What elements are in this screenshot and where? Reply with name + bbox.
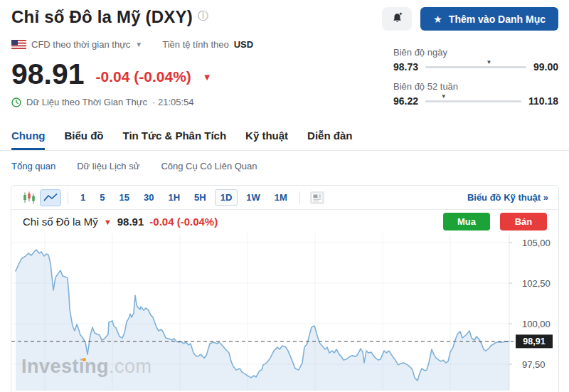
legend-change: -0.04 (-0.04%) — [149, 216, 218, 228]
info-icon[interactable]: ⓘ — [198, 9, 208, 23]
chart-area: 105,00102,50100,0097,5098,91 Investing.c… — [11, 233, 558, 391]
chart-card: 1515301H5H1D1W1M Biểu đồ Kỹ thuật » Chỉ … — [11, 185, 559, 392]
tab-dien-dan[interactable]: Diễn đàn — [307, 129, 352, 150]
star-icon: ★ — [433, 14, 442, 24]
currency-in-label: Tiền tệ tính theo — [162, 39, 228, 50]
timeframe-1h[interactable]: 1H — [162, 189, 186, 206]
main-tabs: ChungBiểu đồTin Tức & Phân TíchKỹ thuậtD… — [0, 129, 569, 151]
quote-time: · 21:05:54 — [152, 97, 194, 107]
timeframe-selector: 1515301H5H1D1W1M — [75, 189, 293, 206]
candlestick-chart-icon[interactable] — [18, 189, 40, 206]
realtime-data-label: Dữ Liệu theo Thời Gian Thực — [26, 97, 147, 107]
svg-text:98,91: 98,91 — [523, 337, 545, 346]
day-range-low: 98.73 — [393, 61, 418, 73]
subtab-cong-cu-lien-quan[interactable]: Công Cụ Có Liên Quan — [161, 161, 257, 171]
week52-range-track: ▼ — [425, 100, 521, 102]
day-range-track: ▼ — [425, 66, 526, 68]
line-chart-icon[interactable] — [40, 189, 61, 206]
instrument-header: Chỉ số Đô la Mỹ (DXY) ⓘ ★ Thêm vào Danh … — [0, 0, 569, 129]
day-range: 98.73 ▼ 99.00 — [393, 61, 558, 73]
day-range-label: Biên độ ngày — [393, 47, 558, 58]
subtab-tong-quan[interactable]: Tổng quan — [11, 161, 55, 171]
timeframe-5h[interactable]: 5H — [188, 189, 212, 206]
week52-range-low: 96.22 — [393, 95, 418, 107]
subtab-du-lieu-lich-su[interactable]: Dữ liệu Lịch sử — [77, 161, 139, 171]
price-chart[interactable]: 105,00102,50100,0097,5098,91 — [11, 233, 558, 391]
tab-ky-thuat[interactable]: Kỹ thuật — [245, 129, 288, 150]
add-to-watchlist-button[interactable]: ★ Thêm vào Danh Mục — [420, 7, 558, 31]
chart-legend: Chỉ số Đô la Mỹ ▼ 98.91 -0.04 (-0.04%) M… — [11, 210, 558, 233]
tab-tin-tuc-phan-tich[interactable]: Tin Tức & Phân Tích — [122, 129, 226, 150]
day-range-marker-icon: ▼ — [486, 59, 491, 65]
timeframe-1d[interactable]: 1D — [215, 189, 238, 206]
ranges-panel: Biên độ ngày 98.73 ▼ 99.00 Biên độ 52 tu… — [393, 47, 558, 115]
news-panel-icon[interactable] — [307, 189, 328, 206]
buy-button[interactable]: Mua — [443, 213, 490, 231]
bell-plus-icon — [390, 11, 404, 27]
week52-range-high: 110.18 — [528, 95, 558, 107]
us-flag-icon — [11, 40, 26, 49]
add-to-watchlist-label: Thêm vào Danh Mục — [449, 14, 546, 25]
timeframe-5[interactable]: 5 — [94, 189, 110, 206]
chevron-down-icon[interactable]: ▼ — [135, 41, 142, 48]
tab-bieu-do[interactable]: Biểu đồ — [64, 129, 103, 150]
sub-tabs: Tổng quanDữ liệu Lịch sửCông Cụ Có Liên … — [0, 151, 569, 181]
instrument-type-label[interactable]: CFD theo thời gian thực — [31, 39, 130, 50]
timeframe-15[interactable]: 15 — [113, 189, 134, 206]
week52-range: 96.22 ▼ 110.18 — [393, 95, 558, 107]
svg-text:102,50: 102,50 — [522, 278, 551, 289]
toolbar-separator — [299, 191, 300, 204]
week52-range-marker-icon: ▼ — [441, 93, 447, 100]
tab-chung[interactable]: Chung — [11, 129, 45, 150]
legend-instrument-name: Chỉ số Đô la Mỹ — [23, 216, 98, 228]
week52-range-label: Biên độ 52 tuần — [393, 81, 558, 92]
sell-button[interactable]: Bán — [500, 213, 547, 231]
day-range-high: 99.00 — [533, 61, 558, 73]
svg-text:105,00: 105,00 — [522, 238, 551, 248]
last-price-badge: 98,91 — [516, 334, 553, 348]
timeframe-30[interactable]: 30 — [138, 189, 159, 206]
timeframe-1[interactable]: 1 — [75, 189, 91, 206]
toolbar-separator — [68, 191, 68, 204]
last-price: 98.91 — [11, 61, 85, 87]
clock-icon — [11, 97, 21, 107]
legend-price: 98.91 — [117, 216, 144, 228]
timeframe-1w[interactable]: 1W — [240, 189, 266, 206]
chart-toolbar: 1515301H5H1D1W1M Biểu đồ Kỹ thuật » — [11, 186, 558, 210]
create-alert-button[interactable] — [382, 7, 412, 31]
y-axis-labels: 105,00102,50100,0097,50 — [509, 238, 551, 370]
svg-text:97,50: 97,50 — [522, 359, 546, 370]
price-change: -0.04 (-0.04%) — [96, 68, 191, 87]
legend-down-triangle-icon: ▼ — [104, 218, 112, 226]
price-down-triangle-icon: ▼ — [203, 72, 212, 87]
timeframe-1m[interactable]: 1M — [269, 189, 293, 206]
svg-text:100,00: 100,00 — [522, 319, 551, 329]
page-title: Chỉ số Đô la Mỹ (DXY) — [11, 7, 193, 27]
currency-value: USD — [234, 39, 253, 50]
technical-chart-link[interactable]: Biểu đồ Kỹ thuật » — [467, 192, 551, 203]
